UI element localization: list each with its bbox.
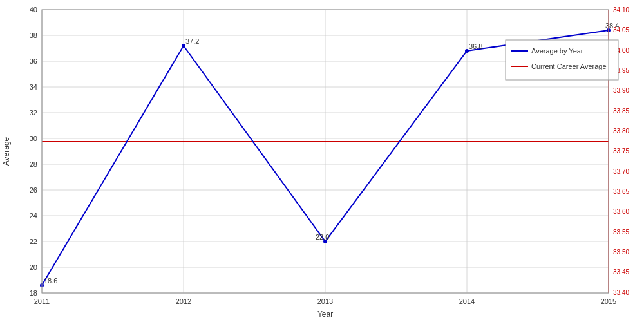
ry-tick-33.65: 33.65	[613, 188, 629, 195]
y-tick-20: 20	[30, 263, 37, 271]
main-chart: 40 38 36 34 32 30 28 26 24 22	[0, 0, 644, 322]
label-2014: 36.8	[469, 43, 482, 50]
y-tick-34: 34	[30, 83, 37, 91]
label-2013: 22.0	[316, 233, 329, 241]
ry-tick-33.90: 33.90	[613, 87, 629, 94]
legend-label2: Current Career Average	[531, 62, 607, 70]
y-tick-26: 26	[30, 186, 37, 194]
y-tick-28: 28	[30, 160, 37, 168]
ry-tick-33.40: 33.40	[613, 289, 629, 296]
ry-tick-33.50: 33.50	[613, 249, 629, 256]
y-tick-30: 30	[30, 135, 37, 142]
x-tick-2012: 2012	[176, 298, 191, 305]
ry-tick-33.55: 33.55	[613, 229, 629, 236]
y-tick-36: 36	[30, 57, 37, 65]
label-2011: 18.6	[44, 277, 57, 285]
legend-box	[506, 40, 618, 80]
label-2012: 37.2	[185, 37, 199, 45]
ry-tick-34.10: 34.10	[613, 6, 629, 14]
ry-tick-33.45: 33.45	[613, 269, 629, 276]
y-axis-left-label: Average	[2, 137, 11, 166]
y-tick-32: 32	[30, 109, 37, 117]
ry-tick-34.05: 34.05	[613, 26, 629, 33]
x-tick-2015: 2015	[601, 298, 616, 305]
y-tick-40: 40	[30, 6, 37, 14]
x-axis-label: Year	[317, 310, 333, 319]
ry-tick-33.75: 33.75	[613, 147, 629, 155]
ry-tick-33.85: 33.85	[613, 108, 629, 115]
y-tick-24: 24	[30, 212, 37, 220]
x-tick-2011: 2011	[34, 298, 50, 305]
x-tick-2013: 2013	[317, 298, 333, 305]
ry-tick-33.70: 33.70	[613, 168, 629, 175]
y-tick-18: 18	[30, 289, 37, 297]
x-tick-2014: 2014	[459, 298, 475, 305]
y-tick-22: 22	[30, 238, 37, 245]
y-tick-38: 38	[30, 32, 37, 39]
chart-container: 40 38 36 34 32 30 28 26 24 22	[0, 0, 644, 322]
legend-label1: Average by Year	[531, 47, 583, 55]
ry-tick-33.60: 33.60	[613, 208, 629, 215]
ry-tick-33.80: 33.80	[613, 128, 629, 135]
